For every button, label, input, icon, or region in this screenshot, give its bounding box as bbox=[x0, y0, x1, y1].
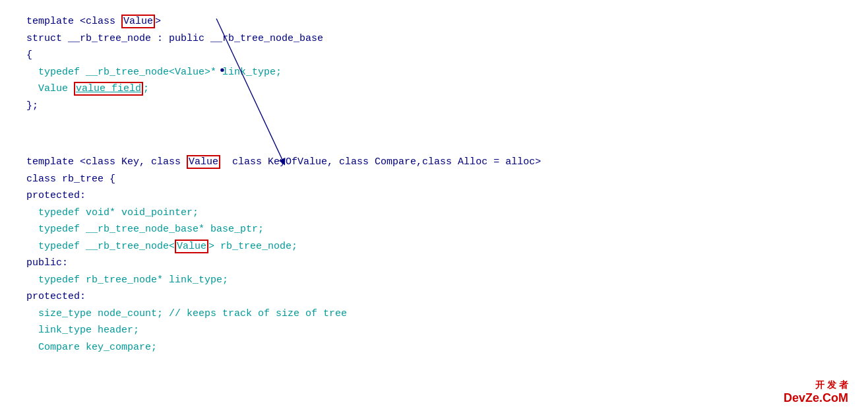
code-text: template <class Key, class Value class K… bbox=[26, 155, 541, 169]
watermark-line1: 开 发 者 bbox=[784, 379, 848, 391]
spacer-1 bbox=[26, 114, 842, 134]
value-box-1: Value bbox=[121, 15, 155, 28]
code-display: template <class Value> struct __rb_tree_… bbox=[0, 0, 868, 369]
code-line-11: typedef __rb_tree_node_base* base_ptr; bbox=[26, 221, 842, 238]
code-line-8: class rb_tree { bbox=[26, 171, 842, 188]
code-text: typedef rb_tree_node* link_type; bbox=[26, 274, 228, 286]
code-text: class rb_tree { bbox=[26, 174, 115, 185]
code-line-3: { bbox=[26, 47, 842, 64]
code-text: struct __rb_tree_node : public __rb_tree… bbox=[26, 33, 323, 44]
code-text: }; bbox=[26, 100, 38, 112]
spacer-2 bbox=[26, 134, 842, 154]
code-text: public: bbox=[26, 257, 68, 269]
value-field-box: value field bbox=[74, 82, 143, 96]
code-line-2: struct __rb_tree_node : public __rb_tree… bbox=[26, 30, 842, 48]
code-line-14: typedef rb_tree_node* link_type; bbox=[26, 272, 842, 289]
code-line-9: protected: bbox=[26, 187, 842, 205]
watermark: 开 发 者 DevZe.CoM bbox=[784, 379, 848, 405]
code-text: typedef __rb_tree_node<Value> rb_tree_no… bbox=[26, 240, 297, 253]
code-line-16: size_type node_count; // keeps track of … bbox=[26, 305, 842, 323]
code-text: { bbox=[26, 49, 32, 61]
code-text: size_type node_count; // keeps track of … bbox=[26, 308, 347, 319]
code-line-6: }; bbox=[26, 98, 842, 115]
code-text: Compare key_compare; bbox=[26, 342, 157, 353]
watermark-line2: DevZe.CoM bbox=[784, 391, 848, 405]
code-text: protected: bbox=[26, 190, 86, 201]
code-line-18: Compare key_compare; bbox=[26, 339, 842, 356]
code-line-4: typedef __rb_tree_node<Value>* link_type… bbox=[26, 64, 842, 81]
code-text: template <class Value> bbox=[26, 15, 161, 28]
code-line-17: link_type header; bbox=[26, 322, 842, 339]
code-text: typedef __rb_tree_node<Value>* link_type… bbox=[26, 67, 282, 78]
code-block-1: template <class Value> struct __rb_tree_… bbox=[26, 13, 842, 114]
code-line-7: template <class Key, class Value class K… bbox=[26, 154, 842, 171]
code-line-1: template <class Value> bbox=[26, 13, 842, 30]
code-text: link_type header; bbox=[26, 325, 139, 336]
code-text: Value value field; bbox=[26, 82, 149, 96]
code-line-5: Value value field; bbox=[26, 80, 842, 98]
code-text: typedef __rb_tree_node_base* base_ptr; bbox=[26, 224, 264, 235]
code-block-2: template <class Key, class Value class K… bbox=[26, 154, 842, 356]
code-text: typedef void* void_pointer; bbox=[26, 207, 199, 218]
code-line-15: protected: bbox=[26, 288, 842, 305]
code-line-10: typedef void* void_pointer; bbox=[26, 205, 842, 222]
code-text: protected: bbox=[26, 291, 86, 302]
value-box-3: Value bbox=[175, 240, 208, 253]
code-line-13: public: bbox=[26, 255, 842, 272]
code-line-12: typedef __rb_tree_node<Value> rb_tree_no… bbox=[26, 238, 842, 255]
value-box-2: Value bbox=[187, 155, 220, 169]
